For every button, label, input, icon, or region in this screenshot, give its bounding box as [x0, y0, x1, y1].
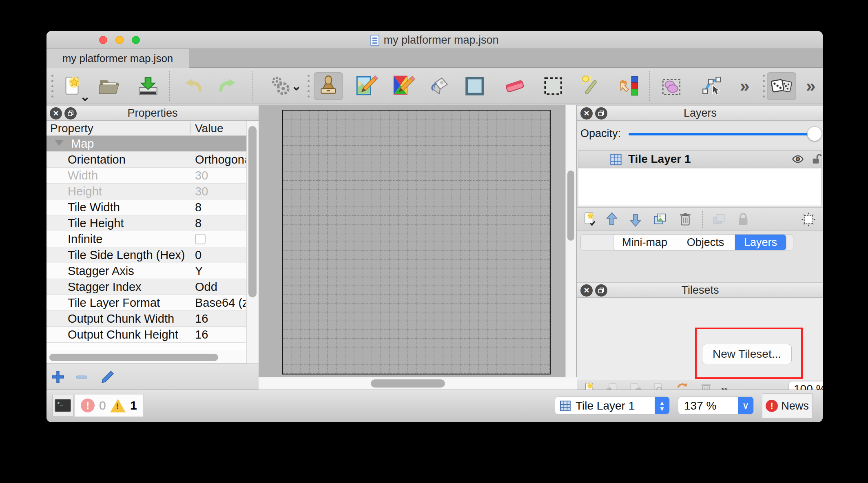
new-tileset-button[interactable]: New Tileset... [702, 344, 792, 364]
property-row[interactable]: Output Chunk Height 16 [46, 327, 246, 343]
properties-table-header: Property Value [46, 121, 246, 136]
property-group-row[interactable]: Map [46, 136, 246, 152]
new-map-dropdown-chevron[interactable]: ⌄ [80, 89, 90, 104]
scrollbar-thumb[interactable] [567, 171, 574, 241]
float-panel-icon[interactable] [64, 107, 77, 120]
shape-fill-icon [463, 74, 487, 98]
scrollbar-thumb[interactable] [49, 354, 218, 361]
scrollbar-thumb[interactable] [248, 126, 257, 297]
select-same-tile-tool[interactable] [615, 72, 644, 100]
properties-footer-toolbar [46, 363, 259, 390]
duplicate-layer-button[interactable] [650, 210, 670, 229]
redo-button[interactable] [214, 72, 243, 100]
stamp-brush-tool[interactable] [314, 72, 343, 100]
save-button[interactable] [133, 72, 163, 100]
collapse-triangle-icon[interactable] [55, 140, 64, 146]
layer-list-item[interactable]: Tile Layer 1 [578, 150, 822, 168]
property-row[interactable]: Orientation Orthogonal [46, 152, 246, 168]
properties-horizontal-scrollbar[interactable] [46, 351, 246, 363]
tools-overflow-chevron[interactable]: » [740, 78, 749, 94]
remove-layer-button[interactable] [675, 210, 695, 229]
merge-layer-icon [710, 211, 727, 228]
layer-name[interactable]: Tile Layer 1 [628, 153, 691, 166]
undo-button[interactable] [178, 72, 207, 100]
add-property-button[interactable] [48, 367, 68, 387]
property-row[interactable]: Stagger Index Odd [46, 279, 246, 295]
tab-objects[interactable]: Objects [676, 235, 735, 250]
eraser-icon [503, 74, 527, 98]
property-row[interactable]: Tile Height 8 [46, 215, 246, 231]
stepper-icon[interactable]: ▲▼ [655, 397, 669, 414]
console-button[interactable] [52, 395, 73, 416]
tab-layers[interactable]: Layers [735, 235, 786, 250]
toolbar-overflow-chevron[interactable]: » [806, 78, 815, 94]
property-row[interactable]: Width 30 [46, 168, 246, 184]
close-panel-icon[interactable]: ✕ [50, 107, 62, 120]
canvas-horizontal-scrollbar[interactable] [259, 377, 577, 390]
rectangular-select-tool[interactable] [538, 72, 568, 100]
zoom-level-select[interactable]: 137 % ∨ [678, 397, 754, 414]
edit-polygons-icon [700, 74, 724, 98]
close-panel-icon[interactable]: ✕ [580, 284, 593, 297]
magic-wand-tool[interactable] [577, 72, 606, 100]
toolbar-drag-handle[interactable] [51, 75, 53, 97]
terrain-brush-tool[interactable] [388, 72, 418, 100]
opacity-slider[interactable] [629, 133, 819, 135]
edit-polygons-tool[interactable] [697, 72, 726, 100]
bucket-fill-tool[interactable] [425, 72, 455, 100]
news-alert-icon: ! [766, 400, 778, 412]
terrain-map-edit-tool[interactable] [352, 72, 381, 100]
scrollbar-thumb[interactable] [371, 379, 445, 388]
toolbar-separator [252, 71, 253, 101]
property-row[interactable]: Output Chunk Width 16 [46, 311, 246, 327]
property-row[interactable]: Stagger Axis Y [46, 263, 246, 279]
canvas-vertical-scrollbar[interactable] [565, 105, 576, 377]
layer-list-empty-area[interactable] [578, 168, 822, 206]
map-grid[interactable] [282, 110, 551, 374]
warning-icon [110, 399, 126, 412]
map-canvas-area[interactable] [259, 105, 577, 390]
layer-visibility-eye-icon[interactable] [791, 153, 804, 167]
opacity-label: Opacity: [580, 127, 621, 140]
property-row[interactable]: Tile Layer Format Base64 (zlib compresse… [46, 295, 246, 311]
merge-layer-down-button [709, 210, 729, 229]
properties-vertical-scrollbar[interactable] [246, 121, 259, 366]
chevron-down-icon[interactable]: ∨ [738, 397, 753, 414]
shape-fill-tool[interactable] [460, 72, 489, 100]
property-row[interactable]: Height 30 [46, 184, 246, 199]
remove-property-button[interactable] [72, 367, 91, 387]
news-button[interactable]: ! News [762, 393, 813, 419]
opacity-slider-knob[interactable] [807, 126, 822, 141]
toolbar-drag-handle[interactable] [307, 75, 310, 97]
float-panel-icon[interactable] [595, 107, 607, 120]
bucket-fill-icon [428, 74, 452, 98]
toolbar-separator [169, 71, 170, 101]
raise-layer-button[interactable] [602, 210, 622, 229]
new-layer-button[interactable] [580, 210, 600, 229]
edit-property-button[interactable] [98, 367, 117, 387]
property-row-infinite[interactable]: Infinite [46, 231, 246, 247]
open-file-button[interactable] [95, 72, 124, 100]
toolbar-drag-handle[interactable] [762, 75, 765, 97]
property-row[interactable]: Tile Width 8 [46, 199, 246, 215]
random-mode-toggle[interactable] [767, 72, 796, 100]
tile-layer-icon [609, 153, 622, 168]
current-layer-select[interactable]: Tile Layer 1 ▲▼ [555, 397, 670, 414]
highlight-current-layer-toggle[interactable] [798, 210, 819, 229]
select-objects-tool[interactable] [657, 72, 686, 100]
float-panel-icon[interactable] [595, 284, 607, 297]
document-tab[interactable]: my platformer map.json [46, 49, 189, 68]
padlock-icon [735, 211, 752, 228]
save-icon [136, 74, 160, 98]
property-row[interactable]: Tile Side Length (Hex) 0 [46, 247, 246, 263]
current-layer-value: Tile Layer 1 [576, 399, 635, 412]
document-tab-bar: my platformer map.json [46, 49, 823, 68]
close-panel-icon[interactable]: ✕ [580, 107, 593, 120]
tab-mini-map[interactable]: Mini-map [613, 235, 676, 250]
lower-layer-button[interactable] [625, 210, 646, 229]
issues-counter[interactable]: ! 0 1 [74, 394, 144, 417]
infinite-checkbox[interactable] [195, 234, 206, 244]
automapping-dropdown-chevron[interactable]: ⌄ [291, 79, 301, 93]
layer-unlocked-icon[interactable] [810, 153, 823, 167]
eraser-tool[interactable] [500, 72, 529, 100]
